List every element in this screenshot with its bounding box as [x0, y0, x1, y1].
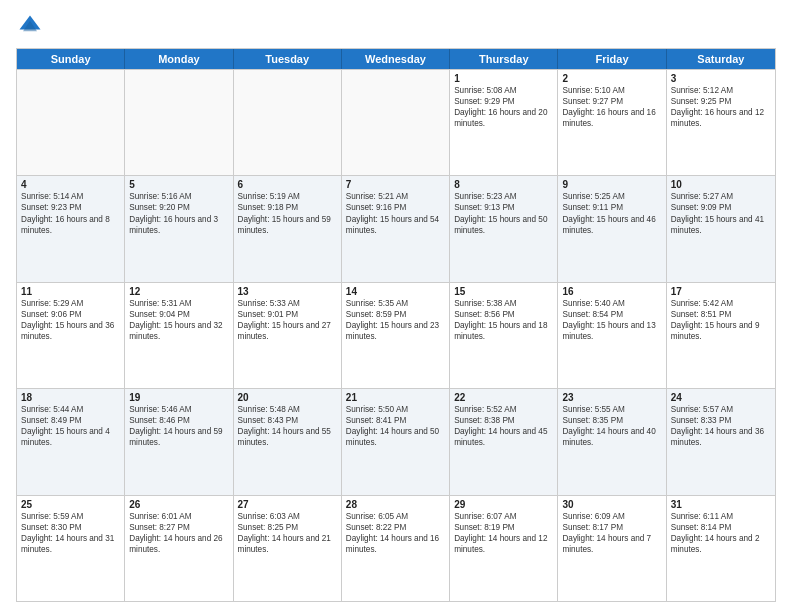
calendar-cell: 27Sunrise: 6:03 AM Sunset: 8:25 PM Dayli…: [234, 496, 342, 601]
page: SundayMondayTuesdayWednesdayThursdayFrid…: [0, 0, 792, 612]
calendar-cell: 10Sunrise: 5:27 AM Sunset: 9:09 PM Dayli…: [667, 176, 775, 281]
day-info: Sunrise: 5:50 AM Sunset: 8:41 PM Dayligh…: [346, 404, 445, 448]
day-info: Sunrise: 5:25 AM Sunset: 9:11 PM Dayligh…: [562, 191, 661, 235]
day-info: Sunrise: 6:01 AM Sunset: 8:27 PM Dayligh…: [129, 511, 228, 555]
calendar-row: 4Sunrise: 5:14 AM Sunset: 9:23 PM Daylig…: [17, 175, 775, 281]
calendar-cell: 16Sunrise: 5:40 AM Sunset: 8:54 PM Dayli…: [558, 283, 666, 388]
day-number: 6: [238, 179, 337, 190]
day-number: 26: [129, 499, 228, 510]
weekday-header: Tuesday: [234, 49, 342, 69]
day-info: Sunrise: 5:27 AM Sunset: 9:09 PM Dayligh…: [671, 191, 771, 235]
calendar-row: 11Sunrise: 5:29 AM Sunset: 9:06 PM Dayli…: [17, 282, 775, 388]
day-info: Sunrise: 5:08 AM Sunset: 9:29 PM Dayligh…: [454, 85, 553, 129]
day-info: Sunrise: 6:03 AM Sunset: 8:25 PM Dayligh…: [238, 511, 337, 555]
day-info: Sunrise: 5:42 AM Sunset: 8:51 PM Dayligh…: [671, 298, 771, 342]
day-info: Sunrise: 6:11 AM Sunset: 8:14 PM Dayligh…: [671, 511, 771, 555]
day-number: 18: [21, 392, 120, 403]
calendar-cell: 14Sunrise: 5:35 AM Sunset: 8:59 PM Dayli…: [342, 283, 450, 388]
calendar-cell: 15Sunrise: 5:38 AM Sunset: 8:56 PM Dayli…: [450, 283, 558, 388]
day-info: Sunrise: 5:44 AM Sunset: 8:49 PM Dayligh…: [21, 404, 120, 448]
day-info: Sunrise: 5:33 AM Sunset: 9:01 PM Dayligh…: [238, 298, 337, 342]
calendar-row: 18Sunrise: 5:44 AM Sunset: 8:49 PM Dayli…: [17, 388, 775, 494]
weekday-header: Thursday: [450, 49, 558, 69]
calendar-cell: 21Sunrise: 5:50 AM Sunset: 8:41 PM Dayli…: [342, 389, 450, 494]
day-info: Sunrise: 5:40 AM Sunset: 8:54 PM Dayligh…: [562, 298, 661, 342]
calendar-cell: 3Sunrise: 5:12 AM Sunset: 9:25 PM Daylig…: [667, 70, 775, 175]
calendar-cell: 5Sunrise: 5:16 AM Sunset: 9:20 PM Daylig…: [125, 176, 233, 281]
calendar-cell: 17Sunrise: 5:42 AM Sunset: 8:51 PM Dayli…: [667, 283, 775, 388]
day-number: 17: [671, 286, 771, 297]
day-info: Sunrise: 5:19 AM Sunset: 9:18 PM Dayligh…: [238, 191, 337, 235]
calendar-body: 1Sunrise: 5:08 AM Sunset: 9:29 PM Daylig…: [17, 69, 775, 601]
calendar-row: 25Sunrise: 5:59 AM Sunset: 8:30 PM Dayli…: [17, 495, 775, 601]
day-info: Sunrise: 6:09 AM Sunset: 8:17 PM Dayligh…: [562, 511, 661, 555]
calendar-cell: 20Sunrise: 5:48 AM Sunset: 8:43 PM Dayli…: [234, 389, 342, 494]
weekday-header: Sunday: [17, 49, 125, 69]
calendar-cell: 30Sunrise: 6:09 AM Sunset: 8:17 PM Dayli…: [558, 496, 666, 601]
day-number: 12: [129, 286, 228, 297]
day-info: Sunrise: 6:07 AM Sunset: 8:19 PM Dayligh…: [454, 511, 553, 555]
day-number: 21: [346, 392, 445, 403]
day-number: 25: [21, 499, 120, 510]
day-info: Sunrise: 5:38 AM Sunset: 8:56 PM Dayligh…: [454, 298, 553, 342]
calendar-row: 1Sunrise: 5:08 AM Sunset: 9:29 PM Daylig…: [17, 69, 775, 175]
day-number: 13: [238, 286, 337, 297]
calendar-cell: 9Sunrise: 5:25 AM Sunset: 9:11 PM Daylig…: [558, 176, 666, 281]
day-number: 9: [562, 179, 661, 190]
day-info: Sunrise: 5:59 AM Sunset: 8:30 PM Dayligh…: [21, 511, 120, 555]
day-info: Sunrise: 5:31 AM Sunset: 9:04 PM Dayligh…: [129, 298, 228, 342]
day-number: 4: [21, 179, 120, 190]
calendar: SundayMondayTuesdayWednesdayThursdayFrid…: [16, 48, 776, 602]
day-info: Sunrise: 5:55 AM Sunset: 8:35 PM Dayligh…: [562, 404, 661, 448]
day-info: Sunrise: 5:29 AM Sunset: 9:06 PM Dayligh…: [21, 298, 120, 342]
day-number: 5: [129, 179, 228, 190]
day-number: 19: [129, 392, 228, 403]
calendar-cell: 7Sunrise: 5:21 AM Sunset: 9:16 PM Daylig…: [342, 176, 450, 281]
day-info: Sunrise: 5:10 AM Sunset: 9:27 PM Dayligh…: [562, 85, 661, 129]
calendar-cell: 25Sunrise: 5:59 AM Sunset: 8:30 PM Dayli…: [17, 496, 125, 601]
day-info: Sunrise: 5:23 AM Sunset: 9:13 PM Dayligh…: [454, 191, 553, 235]
calendar-cell: 28Sunrise: 6:05 AM Sunset: 8:22 PM Dayli…: [342, 496, 450, 601]
calendar-cell: 31Sunrise: 6:11 AM Sunset: 8:14 PM Dayli…: [667, 496, 775, 601]
day-number: 8: [454, 179, 553, 190]
day-number: 28: [346, 499, 445, 510]
calendar-cell: [342, 70, 450, 175]
day-number: 11: [21, 286, 120, 297]
logo: [16, 12, 48, 40]
calendar-cell: [125, 70, 233, 175]
calendar-cell: 1Sunrise: 5:08 AM Sunset: 9:29 PM Daylig…: [450, 70, 558, 175]
calendar-cell: 26Sunrise: 6:01 AM Sunset: 8:27 PM Dayli…: [125, 496, 233, 601]
calendar-cell: 6Sunrise: 5:19 AM Sunset: 9:18 PM Daylig…: [234, 176, 342, 281]
day-number: 23: [562, 392, 661, 403]
weekday-header: Monday: [125, 49, 233, 69]
calendar-cell: 13Sunrise: 5:33 AM Sunset: 9:01 PM Dayli…: [234, 283, 342, 388]
calendar-cell: 22Sunrise: 5:52 AM Sunset: 8:38 PM Dayli…: [450, 389, 558, 494]
day-info: Sunrise: 5:21 AM Sunset: 9:16 PM Dayligh…: [346, 191, 445, 235]
day-info: Sunrise: 5:14 AM Sunset: 9:23 PM Dayligh…: [21, 191, 120, 235]
calendar-cell: 11Sunrise: 5:29 AM Sunset: 9:06 PM Dayli…: [17, 283, 125, 388]
calendar-cell: 29Sunrise: 6:07 AM Sunset: 8:19 PM Dayli…: [450, 496, 558, 601]
day-number: 1: [454, 73, 553, 84]
day-info: Sunrise: 5:48 AM Sunset: 8:43 PM Dayligh…: [238, 404, 337, 448]
calendar-cell: 18Sunrise: 5:44 AM Sunset: 8:49 PM Dayli…: [17, 389, 125, 494]
day-info: Sunrise: 5:12 AM Sunset: 9:25 PM Dayligh…: [671, 85, 771, 129]
day-number: 16: [562, 286, 661, 297]
calendar-cell: 4Sunrise: 5:14 AM Sunset: 9:23 PM Daylig…: [17, 176, 125, 281]
calendar-cell: 19Sunrise: 5:46 AM Sunset: 8:46 PM Dayli…: [125, 389, 233, 494]
calendar-cell: 23Sunrise: 5:55 AM Sunset: 8:35 PM Dayli…: [558, 389, 666, 494]
day-info: Sunrise: 5:16 AM Sunset: 9:20 PM Dayligh…: [129, 191, 228, 235]
weekday-header: Wednesday: [342, 49, 450, 69]
day-info: Sunrise: 6:05 AM Sunset: 8:22 PM Dayligh…: [346, 511, 445, 555]
day-number: 29: [454, 499, 553, 510]
calendar-cell: [17, 70, 125, 175]
day-info: Sunrise: 5:46 AM Sunset: 8:46 PM Dayligh…: [129, 404, 228, 448]
day-number: 15: [454, 286, 553, 297]
day-number: 22: [454, 392, 553, 403]
weekday-header: Friday: [558, 49, 666, 69]
calendar-cell: 2Sunrise: 5:10 AM Sunset: 9:27 PM Daylig…: [558, 70, 666, 175]
day-info: Sunrise: 5:57 AM Sunset: 8:33 PM Dayligh…: [671, 404, 771, 448]
calendar-cell: 12Sunrise: 5:31 AM Sunset: 9:04 PM Dayli…: [125, 283, 233, 388]
logo-icon: [16, 12, 44, 40]
calendar-cell: 8Sunrise: 5:23 AM Sunset: 9:13 PM Daylig…: [450, 176, 558, 281]
day-info: Sunrise: 5:52 AM Sunset: 8:38 PM Dayligh…: [454, 404, 553, 448]
